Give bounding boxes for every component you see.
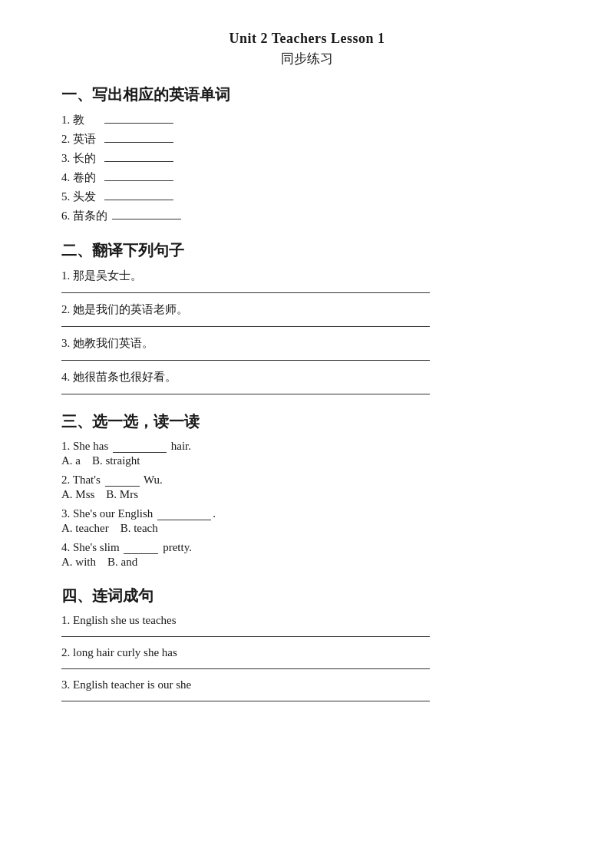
answer-blank bbox=[61, 360, 430, 361]
section1-title: 一、写出相应的英语单词 bbox=[61, 84, 553, 105]
title-chinese: 同步练习 bbox=[61, 50, 553, 68]
list-item: 6. 苗条的 bbox=[61, 209, 553, 223]
options-row: A. a B. straight bbox=[61, 454, 553, 467]
answer-blank bbox=[61, 326, 430, 327]
answer-blank bbox=[124, 553, 158, 554]
item-text: 4. 她很苗条也很好看。 bbox=[61, 371, 177, 383]
section3-items: 1. She has hair. A. a B. straight 2. Tha… bbox=[61, 440, 553, 569]
item-num: 1. 教 bbox=[61, 113, 100, 127]
answer-blank bbox=[61, 292, 430, 293]
list-item: 4. 卷的 bbox=[61, 170, 553, 185]
list-item: 4. 她很苗条也很好看。 bbox=[61, 370, 553, 394]
section3-title: 三、选一选，读一读 bbox=[61, 411, 553, 432]
options-row: A. with B. and bbox=[61, 556, 553, 569]
item-text: 1. 那是吴女士。 bbox=[61, 269, 142, 282]
answer-blank bbox=[61, 701, 430, 701]
list-item: 4. She's slim pretty. bbox=[61, 541, 553, 554]
list-item: 3. 她教我们英语。 bbox=[61, 336, 553, 361]
list-item: 2. 她是我们的英语老师。 bbox=[61, 302, 553, 327]
item-text: 3. 她教我们英语。 bbox=[61, 337, 154, 349]
answer-blank bbox=[105, 486, 140, 487]
answer-blank bbox=[61, 394, 430, 394]
item-num: 6. 苗条的 bbox=[61, 209, 107, 223]
answer-blank bbox=[157, 520, 211, 520]
list-item: 2. That's Wu. bbox=[61, 474, 553, 487]
list-item: 1. English she us teaches bbox=[61, 614, 553, 627]
options-row: A. teacher B. teach bbox=[61, 522, 553, 535]
page-header: Unit 2 Teachers Lesson 1 同步练习 bbox=[61, 31, 553, 68]
list-item: 1. She has hair. bbox=[61, 440, 553, 453]
options-row: A. Mss B. Mrs bbox=[61, 488, 553, 501]
answer-blank bbox=[104, 123, 173, 124]
answer-blank bbox=[113, 452, 167, 453]
section1-items: 1. 教 2. 英语 3. 长的 4. 卷的 5. 头发 6. 苗条的 bbox=[61, 113, 553, 223]
answer-blank bbox=[104, 142, 173, 143]
list-item: 3. 长的 bbox=[61, 151, 553, 166]
answer-blank bbox=[104, 200, 173, 200]
answer-blank bbox=[104, 180, 173, 181]
section4-title: 四、连词成句 bbox=[61, 586, 553, 606]
item-text: 2. 她是我们的英语老师。 bbox=[61, 303, 188, 315]
list-item: 1. 那是吴女士。 bbox=[61, 269, 553, 293]
section2-items: 1. 那是吴女士。 2. 她是我们的英语老师。 3. 她教我们英语。 4. 她很… bbox=[61, 269, 553, 394]
item-num: 4. 卷的 bbox=[61, 170, 100, 185]
answer-blank bbox=[61, 668, 430, 669]
list-item: 2. 英语 bbox=[61, 132, 553, 147]
section2-title: 二、翻译下列句子 bbox=[61, 240, 553, 261]
item-num: 3. 长的 bbox=[61, 151, 100, 166]
list-item: 1. 教 bbox=[61, 113, 553, 127]
answer-blank bbox=[112, 219, 181, 219]
list-item: 2. long hair curly she has bbox=[61, 646, 553, 659]
list-item: 3. English teacher is our she bbox=[61, 678, 553, 691]
item-num: 2. 英语 bbox=[61, 132, 100, 147]
section4-items: 1. English she us teaches 2. long hair c… bbox=[61, 614, 553, 701]
item-num: 5. 头发 bbox=[61, 190, 100, 204]
title-english: Unit 2 Teachers Lesson 1 bbox=[61, 31, 553, 47]
answer-blank bbox=[104, 161, 173, 162]
list-item: 3. She's our English . bbox=[61, 507, 553, 520]
answer-blank bbox=[61, 636, 430, 637]
list-item: 5. 头发 bbox=[61, 190, 553, 204]
